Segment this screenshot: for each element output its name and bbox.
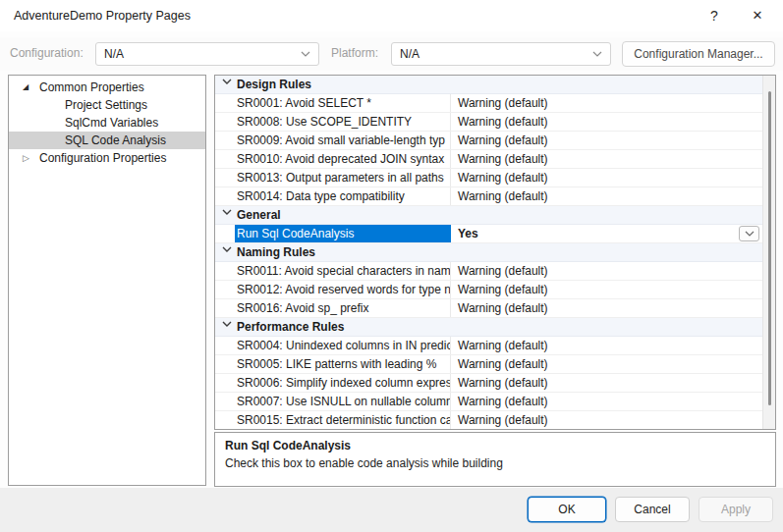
sidebar-item-sql-code-analysis[interactable]: SQL Code Analysis (9, 132, 205, 149)
platform-value: N/A (400, 47, 419, 61)
pages-tree: ◢ Common Properties Project Settings Sql… (8, 75, 206, 486)
rule-row[interactable]: SR0009: Avoid small variable-length typ … (215, 132, 762, 150)
property-pages-dialog: AdventureDemo Property Pages ? ✕ Configu… (0, 0, 783, 532)
tree-collapsed-icon[interactable]: ▷ (23, 149, 34, 167)
configuration-label: Configuration: (10, 46, 84, 60)
section-general[interactable]: General (215, 206, 762, 225)
grid-rows: Design Rules SR0001: Avoid SELECT * Warn… (215, 76, 762, 429)
rule-row-run-sql-codeanalysis[interactable]: Run Sql CodeAnalysis Yes (215, 225, 762, 243)
rule-row[interactable]: SR0004: Unindexed columns in IN predic W… (215, 337, 762, 355)
rule-row[interactable]: SR0001: Avoid SELECT * Warning (default) (215, 94, 762, 113)
sidebar-item-common-properties[interactable]: ◢ Common Properties (9, 79, 205, 96)
help-icon: ? (710, 8, 718, 24)
description-title: Run Sql CodeAnalysis (225, 439, 765, 452)
rule-row[interactable]: SR0015: Extract deterministic function c… (215, 411, 762, 429)
sidebar-item-sqlcmd-variables[interactable]: SqlCmd Variables (9, 114, 205, 132)
configuration-manager-button[interactable]: Configuration Manager... (622, 41, 775, 67)
rule-row[interactable]: SR0006: Simplify indexed column expres W… (215, 374, 762, 393)
grid-scrollbar[interactable] (762, 76, 775, 429)
rule-row[interactable]: SR0011: Avoid special characters in nam … (215, 262, 762, 281)
rule-row[interactable]: SR0010: Avoid deprecated JOIN syntax War… (215, 150, 762, 169)
rule-row[interactable]: SR0005: LIKE patterns with leading % War… (215, 355, 762, 374)
rule-row[interactable]: SR0016: Avoid sp_ prefix Warning (defaul… (215, 299, 762, 318)
close-icon: ✕ (753, 8, 763, 23)
rule-row[interactable]: SR0008: Use SCOPE_IDENTITY Warning (defa… (215, 113, 762, 132)
description-panel: Run Sql CodeAnalysis Check this box to e… (214, 432, 776, 487)
rule-row[interactable]: SR0013: Output parameters in all paths W… (215, 169, 762, 187)
window-title: AdventureDemo Property Pages (14, 0, 191, 31)
rule-row[interactable]: SR0007: Use ISNULL on nullable column Wa… (215, 393, 762, 411)
section-performance-rules[interactable]: Performance Rules (215, 318, 762, 337)
value-dropdown-button[interactable] (739, 226, 759, 241)
tree-expanded-icon[interactable]: ◢ (23, 79, 34, 96)
rule-row[interactable]: SR0012: Avoid reserved words for type n … (215, 281, 762, 299)
rule-row[interactable]: SR0014: Data type compatibility Warning … (215, 187, 762, 206)
rules-property-grid: Design Rules SR0001: Avoid SELECT * Warn… (214, 75, 776, 430)
close-button[interactable]: ✕ (740, 0, 775, 31)
platform-label: Platform: (331, 46, 378, 60)
sidebar-item-project-settings[interactable]: Project Settings (9, 96, 205, 114)
run-sql-codeanalysis-value[interactable]: Yes (452, 225, 762, 242)
chevron-down-icon (301, 51, 310, 57)
section-collapse-icon[interactable] (222, 246, 232, 252)
section-collapse-icon[interactable] (222, 79, 232, 84)
chevron-down-icon (592, 51, 602, 57)
titlebar: AdventureDemo Property Pages ? ✕ (0, 0, 783, 31)
sidebar-item-configuration-properties[interactable]: ▷ Configuration Properties (9, 149, 205, 167)
configuration-bar: Configuration: N/A Platform: N/A Configu… (0, 37, 783, 71)
description-text: Check this box to enable code analysis w… (225, 456, 765, 470)
footer: OK Cancel Apply (0, 488, 783, 532)
configuration-dropdown[interactable]: N/A (95, 42, 319, 66)
apply-button: Apply (699, 497, 773, 522)
cancel-button[interactable]: Cancel (615, 497, 690, 522)
section-naming-rules[interactable]: Naming Rules (215, 243, 762, 262)
platform-dropdown[interactable]: N/A (391, 42, 611, 66)
section-design-rules[interactable]: Design Rules (215, 76, 762, 94)
section-collapse-icon[interactable] (222, 321, 232, 327)
ok-button[interactable]: OK (528, 497, 606, 522)
scrollbar-thumb[interactable] (768, 91, 771, 405)
configuration-value: N/A (104, 47, 124, 61)
help-button[interactable]: ? (697, 0, 732, 31)
section-collapse-icon[interactable] (222, 209, 232, 215)
